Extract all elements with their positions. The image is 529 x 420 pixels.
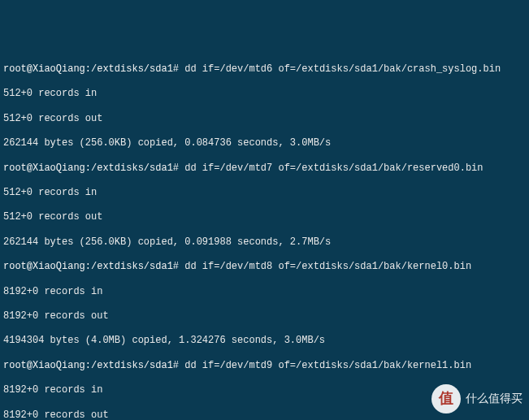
shell-prompt: root@XiaoQiang:/extdisks/sda1# <box>3 63 179 75</box>
cmd-text: dd if=/dev/mtd8 of=/extdisks/sda1/bak/ke… <box>184 261 471 272</box>
cmd-line: root@XiaoQiang:/extdisks/sda1# dd if=/de… <box>3 261 526 273</box>
output-line: 512+0 records out <box>3 211 526 223</box>
watermark-icon: 值 <box>431 384 461 414</box>
shell-prompt: root@XiaoQiang:/extdisks/sda1# <box>3 162 179 174</box>
output-line: 262144 bytes (256.0KB) copied, 0.091988 … <box>3 236 526 249</box>
cmd-line: root@XiaoQiang:/extdisks/sda1# dd if=/de… <box>3 63 526 76</box>
cmd-line: root@XiaoQiang:/extdisks/sda1# dd if=/de… <box>3 162 526 175</box>
output-line: 8192+0 records in <box>3 286 526 298</box>
cmd-text: dd if=/dev/mtd7 of=/extdisks/sda1/bak/re… <box>184 162 483 174</box>
output-line: 512+0 records in <box>3 187 526 199</box>
output-line: 8192+0 records out <box>3 310 526 323</box>
terminal-output: root@XiaoQiang:/extdisks/sda1# dd if=/de… <box>0 50 529 420</box>
watermark: 值 什么值得买 <box>431 384 522 414</box>
shell-prompt: root@XiaoQiang:/extdisks/sda1# <box>3 261 179 272</box>
output-line: 512+0 records in <box>3 88 526 100</box>
cmd-text: dd if=/dev/mtd6 of=/extdisks/sda1/bak/cr… <box>184 63 501 75</box>
output-line: 262144 bytes (256.0KB) copied, 0.084736 … <box>3 137 526 149</box>
cmd-text: dd if=/dev/mtd9 of=/extdisks/sda1/bak/ke… <box>184 360 471 371</box>
shell-prompt: root@XiaoQiang:/extdisks/sda1# <box>3 360 179 371</box>
cmd-line: root@XiaoQiang:/extdisks/sda1# dd if=/de… <box>3 360 526 372</box>
output-line: 4194304 bytes (4.0MB) copied, 1.324276 s… <box>3 335 526 347</box>
watermark-text: 什么值得买 <box>466 392 522 405</box>
output-line: 512+0 records out <box>3 113 526 125</box>
